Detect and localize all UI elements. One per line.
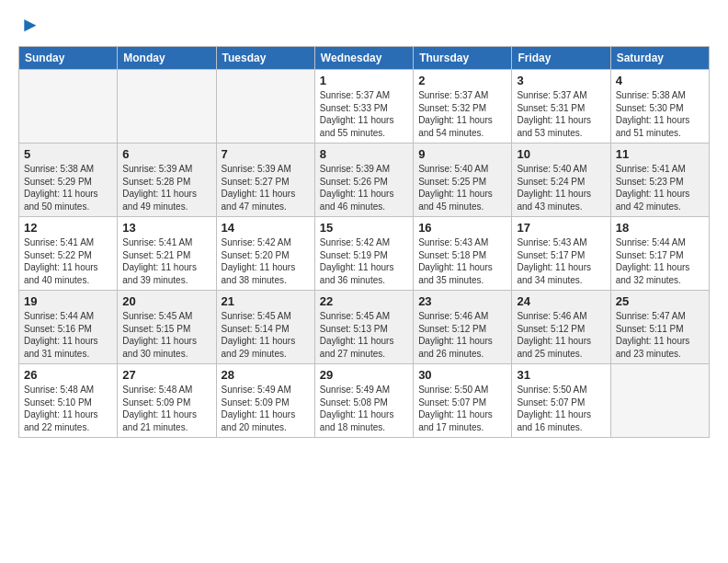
cell-details: Sunrise: 5:42 AM Sunset: 5:19 PM Dayligh… [320, 236, 408, 286]
calendar-cell: 15Sunrise: 5:42 AM Sunset: 5:19 PM Dayli… [314, 217, 413, 291]
day-number: 8 [320, 147, 408, 161]
calendar-cell: 24Sunrise: 5:46 AM Sunset: 5:12 PM Dayli… [512, 291, 610, 364]
day-number: 26 [24, 368, 112, 382]
calendar-cell: 28Sunrise: 5:49 AM Sunset: 5:09 PM Dayli… [216, 364, 314, 438]
calendar-cell: 11Sunrise: 5:41 AM Sunset: 5:23 PM Dayli… [610, 144, 709, 217]
cell-details: Sunrise: 5:44 AM Sunset: 5:16 PM Dayligh… [24, 310, 112, 360]
calendar-cell: 12Sunrise: 5:41 AM Sunset: 5:22 PM Dayli… [19, 217, 118, 291]
cell-details: Sunrise: 5:46 AM Sunset: 5:12 PM Dayligh… [418, 310, 506, 360]
cell-details: Sunrise: 5:47 AM Sunset: 5:11 PM Dayligh… [616, 310, 704, 360]
calendar-week-row: 26Sunrise: 5:48 AM Sunset: 5:10 PM Dayli… [19, 364, 710, 438]
calendar-cell [610, 364, 709, 438]
calendar-cell: 26Sunrise: 5:48 AM Sunset: 5:10 PM Dayli… [19, 364, 118, 438]
calendar-week-row: 5Sunrise: 5:38 AM Sunset: 5:29 PM Daylig… [19, 144, 710, 217]
calendar-cell: 6Sunrise: 5:39 AM Sunset: 5:28 PM Daylig… [118, 144, 216, 217]
logo: ► [18, 15, 40, 35]
weekday-header: Saturday [610, 47, 709, 70]
cell-details: Sunrise: 5:45 AM Sunset: 5:13 PM Dayligh… [320, 310, 408, 360]
page: ► SundayMondayTuesdayWednesdayThursdayFr… [0, 0, 728, 453]
calendar-cell: 29Sunrise: 5:49 AM Sunset: 5:08 PM Dayli… [314, 364, 413, 438]
calendar-week-row: 12Sunrise: 5:41 AM Sunset: 5:22 PM Dayli… [19, 217, 710, 291]
day-number: 22 [320, 294, 408, 308]
day-number: 9 [418, 147, 506, 161]
cell-details: Sunrise: 5:37 AM Sunset: 5:31 PM Dayligh… [517, 89, 605, 139]
cell-details: Sunrise: 5:50 AM Sunset: 5:07 PM Dayligh… [517, 384, 605, 433]
day-number: 15 [320, 221, 408, 235]
calendar-cell: 4Sunrise: 5:38 AM Sunset: 5:30 PM Daylig… [610, 70, 709, 144]
calendar-cell: 30Sunrise: 5:50 AM Sunset: 5:07 PM Dayli… [414, 364, 512, 438]
logo-bird-icon: ► [20, 15, 40, 35]
day-number: 23 [418, 294, 506, 308]
cell-details: Sunrise: 5:40 AM Sunset: 5:24 PM Dayligh… [517, 163, 605, 213]
cell-details: Sunrise: 5:41 AM Sunset: 5:21 PM Dayligh… [122, 236, 210, 286]
calendar-cell: 22Sunrise: 5:45 AM Sunset: 5:13 PM Dayli… [314, 291, 413, 364]
cell-details: Sunrise: 5:37 AM Sunset: 5:32 PM Dayligh… [418, 89, 506, 139]
day-number: 1 [320, 74, 408, 87]
cell-details: Sunrise: 5:38 AM Sunset: 5:30 PM Dayligh… [616, 89, 704, 139]
day-number: 17 [517, 221, 605, 235]
day-number: 30 [418, 368, 506, 382]
day-number: 10 [517, 147, 605, 161]
day-number: 6 [122, 147, 210, 161]
cell-details: Sunrise: 5:48 AM Sunset: 5:09 PM Dayligh… [122, 384, 210, 433]
cell-details: Sunrise: 5:38 AM Sunset: 5:29 PM Dayligh… [24, 163, 112, 213]
calendar-cell: 8Sunrise: 5:39 AM Sunset: 5:26 PM Daylig… [314, 144, 413, 217]
day-number: 14 [222, 221, 310, 235]
calendar-cell: 14Sunrise: 5:42 AM Sunset: 5:20 PM Dayli… [216, 217, 314, 291]
calendar-cell: 20Sunrise: 5:45 AM Sunset: 5:15 PM Dayli… [118, 291, 216, 364]
day-number: 7 [222, 147, 310, 161]
calendar-cell: 13Sunrise: 5:41 AM Sunset: 5:21 PM Dayli… [118, 217, 216, 291]
cell-details: Sunrise: 5:43 AM Sunset: 5:18 PM Dayligh… [418, 236, 506, 286]
calendar-cell: 31Sunrise: 5:50 AM Sunset: 5:07 PM Dayli… [512, 364, 610, 438]
calendar-cell: 5Sunrise: 5:38 AM Sunset: 5:29 PM Daylig… [19, 144, 118, 217]
day-number: 24 [517, 294, 605, 308]
day-number: 19 [24, 294, 112, 308]
calendar-week-row: 1Sunrise: 5:37 AM Sunset: 5:33 PM Daylig… [19, 70, 710, 144]
day-number: 5 [24, 147, 112, 161]
weekday-header: Tuesday [216, 47, 314, 70]
cell-details: Sunrise: 5:42 AM Sunset: 5:20 PM Dayligh… [222, 236, 310, 286]
weekday-header: Monday [118, 47, 216, 70]
cell-details: Sunrise: 5:39 AM Sunset: 5:28 PM Dayligh… [122, 163, 210, 213]
day-number: 31 [517, 368, 605, 382]
cell-details: Sunrise: 5:39 AM Sunset: 5:27 PM Dayligh… [222, 163, 310, 213]
cell-details: Sunrise: 5:45 AM Sunset: 5:14 PM Dayligh… [222, 310, 310, 360]
cell-details: Sunrise: 5:49 AM Sunset: 5:09 PM Dayligh… [222, 384, 310, 433]
calendar-cell: 9Sunrise: 5:40 AM Sunset: 5:25 PM Daylig… [414, 144, 512, 217]
day-number: 11 [616, 147, 704, 161]
calendar-cell: 7Sunrise: 5:39 AM Sunset: 5:27 PM Daylig… [216, 144, 314, 217]
day-number: 27 [122, 368, 210, 382]
day-number: 3 [517, 74, 605, 87]
cell-details: Sunrise: 5:39 AM Sunset: 5:26 PM Dayligh… [320, 163, 408, 213]
cell-details: Sunrise: 5:41 AM Sunset: 5:23 PM Dayligh… [616, 163, 704, 213]
day-number: 28 [222, 368, 310, 382]
calendar-cell: 21Sunrise: 5:45 AM Sunset: 5:14 PM Dayli… [216, 291, 314, 364]
calendar-cell: 3Sunrise: 5:37 AM Sunset: 5:31 PM Daylig… [512, 70, 610, 144]
calendar-cell [19, 70, 118, 144]
weekday-header: Friday [512, 47, 610, 70]
calendar-cell: 25Sunrise: 5:47 AM Sunset: 5:11 PM Dayli… [610, 291, 709, 364]
calendar-cell: 19Sunrise: 5:44 AM Sunset: 5:16 PM Dayli… [19, 291, 118, 364]
calendar-cell: 17Sunrise: 5:43 AM Sunset: 5:17 PM Dayli… [512, 217, 610, 291]
header: ► [18, 15, 710, 35]
day-number: 25 [616, 294, 704, 308]
cell-details: Sunrise: 5:46 AM Sunset: 5:12 PM Dayligh… [517, 310, 605, 360]
calendar-cell: 23Sunrise: 5:46 AM Sunset: 5:12 PM Dayli… [414, 291, 512, 364]
day-number: 16 [418, 221, 506, 235]
cell-details: Sunrise: 5:48 AM Sunset: 5:10 PM Dayligh… [24, 384, 112, 433]
calendar: SundayMondayTuesdayWednesdayThursdayFrid… [18, 46, 710, 438]
weekday-header-row: SundayMondayTuesdayWednesdayThursdayFrid… [19, 47, 710, 70]
cell-details: Sunrise: 5:49 AM Sunset: 5:08 PM Dayligh… [320, 384, 408, 433]
calendar-cell [216, 70, 314, 144]
cell-details: Sunrise: 5:50 AM Sunset: 5:07 PM Dayligh… [418, 384, 506, 433]
day-number: 18 [616, 221, 704, 235]
cell-details: Sunrise: 5:40 AM Sunset: 5:25 PM Dayligh… [418, 163, 506, 213]
day-number: 13 [122, 221, 210, 235]
day-number: 29 [320, 368, 408, 382]
calendar-cell: 2Sunrise: 5:37 AM Sunset: 5:32 PM Daylig… [414, 70, 512, 144]
cell-details: Sunrise: 5:41 AM Sunset: 5:22 PM Dayligh… [24, 236, 112, 286]
calendar-cell: 10Sunrise: 5:40 AM Sunset: 5:24 PM Dayli… [512, 144, 610, 217]
day-number: 12 [24, 221, 112, 235]
calendar-week-row: 19Sunrise: 5:44 AM Sunset: 5:16 PM Dayli… [19, 291, 710, 364]
calendar-cell: 1Sunrise: 5:37 AM Sunset: 5:33 PM Daylig… [314, 70, 413, 144]
